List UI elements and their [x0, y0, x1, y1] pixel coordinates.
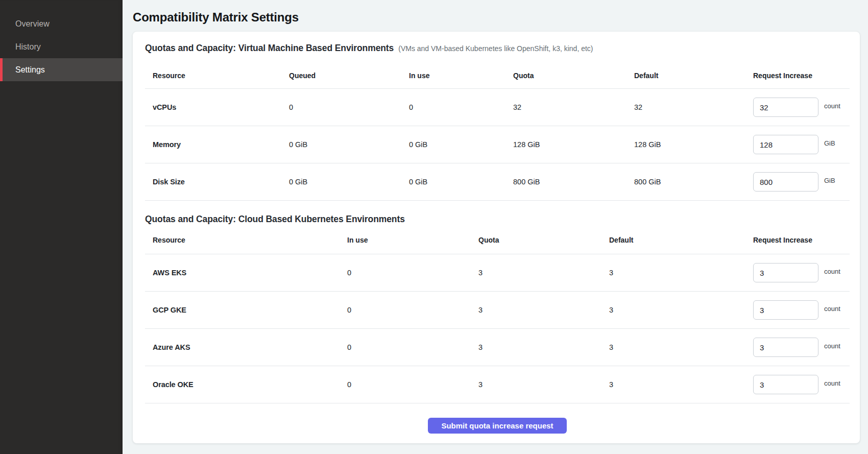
cell-request-increase: GiB [745, 135, 850, 154]
cell-default: 3 [601, 269, 745, 277]
vm-section-subtitle: (VMs and VM-based Kubernetes like OpenSh… [398, 44, 593, 53]
sidebar-item-overview[interactable]: Overview [0, 12, 123, 35]
table-row-memory: Memory 0 GiB 0 GiB 128 GiB 128 GiB GiB [145, 126, 850, 163]
table-row-azure-aks: Azure AKS 0 3 3 count [145, 329, 850, 366]
column-header-default: Default [626, 71, 745, 88]
table-row-aws-eks: AWS EKS 0 3 3 count [145, 254, 850, 292]
cell-in-use: 0 [340, 269, 471, 277]
column-header-request-increase: Request Increase [745, 71, 850, 88]
memory-request-input[interactable] [753, 135, 818, 154]
unit-label: count [824, 342, 840, 350]
sidebar-nav: Overview History Settings [0, 0, 123, 81]
unit-label: GiB [824, 139, 835, 147]
cell-resource: AWS EKS [145, 269, 340, 277]
unit-label: count [824, 379, 840, 387]
column-header-in-use: In use [401, 71, 505, 88]
table-row-oracle-oke: Oracle OKE 0 3 3 count [145, 366, 850, 403]
submit-quota-button[interactable]: Submit quota increase request [428, 418, 566, 434]
cell-in-use: 0 GiB [401, 178, 505, 186]
cell-in-use: 0 [340, 380, 471, 389]
table-row-disk-size: Disk Size 0 GiB 0 GiB 800 GiB 800 GiB Gi… [145, 163, 850, 201]
cell-resource: Azure AKS [145, 343, 340, 351]
column-header-quota: Quota [471, 236, 601, 254]
cell-quota: 128 GiB [505, 140, 626, 149]
cell-request-increase: count [745, 263, 850, 282]
vcpus-request-input[interactable] [753, 98, 818, 117]
vm-quota-table: Resource Queued In use Quota Default Req… [145, 55, 850, 201]
sidebar-item-settings[interactable]: Settings [0, 58, 123, 81]
cell-queued: 0 GiB [281, 140, 401, 149]
cell-quota: 3 [471, 380, 601, 389]
cell-quota: 3 [471, 343, 601, 351]
oracle-oke-request-input[interactable] [753, 375, 818, 394]
vm-table-header-row: Resource Queued In use Quota Default Req… [145, 55, 850, 89]
disk-size-request-input[interactable] [753, 172, 818, 192]
k8s-section-heading: Quotas and Capacity: Cloud Based Kuberne… [145, 214, 850, 226]
cell-resource: GCP GKE [145, 306, 340, 314]
quotas-card: Quotas and Capacity: Virtual Machine Bas… [133, 32, 860, 443]
cell-resource: Oracle OKE [145, 380, 340, 389]
vm-section-title: Quotas and Capacity: Virtual Machine Bas… [145, 43, 394, 54]
k8s-quota-table: Resource In use Quota Default Request In… [145, 226, 850, 403]
cell-quota: 3 [471, 306, 601, 314]
cell-request-increase: count [745, 338, 850, 357]
column-header-request-increase: Request Increase [745, 236, 850, 254]
gcp-gke-request-input[interactable] [753, 300, 818, 320]
cell-resource: Disk Size [145, 178, 281, 186]
column-header-resource: Resource [145, 236, 340, 254]
column-header-in-use: In use [340, 236, 471, 254]
sidebar: Overview History Settings [0, 0, 123, 454]
unit-label: count [824, 305, 840, 313]
table-row-vcpus: vCPUs 0 0 32 32 count [145, 89, 850, 126]
app-window: Overview History Settings Compatibility … [0, 0, 868, 454]
cell-default: 32 [626, 103, 745, 111]
cell-queued: 0 [281, 103, 401, 111]
cell-in-use: 0 [340, 343, 471, 351]
cell-default: 3 [601, 343, 745, 351]
cell-in-use: 0 GiB [401, 140, 505, 149]
column-header-default: Default [601, 236, 745, 254]
table-row-gcp-gke: GCP GKE 0 3 3 count [145, 292, 850, 329]
cell-default: 128 GiB [626, 140, 745, 149]
cell-resource: Memory [145, 140, 281, 149]
k8s-section-title: Quotas and Capacity: Cloud Based Kuberne… [145, 214, 405, 225]
unit-label: count [824, 102, 840, 110]
column-header-quota: Quota [505, 71, 626, 88]
cell-in-use: 0 [401, 103, 505, 111]
cell-request-increase: count [745, 98, 850, 117]
column-header-queued: Queued [281, 71, 401, 88]
cell-queued: 0 GiB [281, 178, 401, 186]
cell-request-increase: GiB [745, 172, 850, 192]
cell-quota: 800 GiB [505, 178, 626, 186]
k8s-table-header-row: Resource In use Quota Default Request In… [145, 226, 850, 254]
column-header-resource: Resource [145, 71, 281, 88]
page-title: Compatibility Matrix Settings [133, 10, 860, 25]
vm-section-heading: Quotas and Capacity: Virtual Machine Bas… [145, 43, 850, 55]
main-content: Compatibility Matrix Settings Quotas and… [123, 0, 868, 454]
cell-resource: vCPUs [145, 103, 281, 111]
cell-default: 800 GiB [626, 178, 745, 186]
submit-row: Submit quota increase request [145, 418, 850, 434]
unit-label: GiB [824, 177, 835, 184]
sidebar-item-history[interactable]: History [0, 35, 123, 58]
cell-request-increase: count [745, 375, 850, 394]
cell-default: 3 [601, 380, 745, 389]
unit-label: count [824, 268, 840, 275]
cell-quota: 32 [505, 103, 626, 111]
cell-in-use: 0 [340, 306, 471, 314]
cell-request-increase: count [745, 300, 850, 320]
cell-default: 3 [601, 306, 745, 314]
cell-quota: 3 [471, 269, 601, 277]
aws-eks-request-input[interactable] [753, 263, 818, 282]
azure-aks-request-input[interactable] [753, 338, 818, 357]
